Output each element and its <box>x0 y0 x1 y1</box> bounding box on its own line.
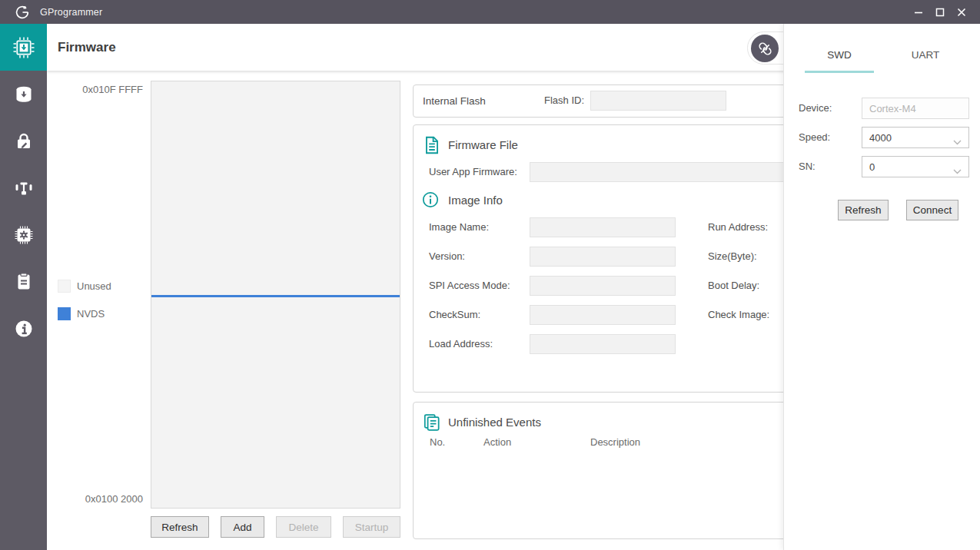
image-name-label: Image Name: <box>429 217 489 237</box>
sidebar-item-encrypt-sign[interactable] <box>0 118 47 164</box>
speed-label: Speed: <box>799 127 830 148</box>
legend-label-nvds: NVDS <box>77 308 105 320</box>
firmware-file-title: Firmware File <box>448 135 518 155</box>
internal-flash-title: Internal Flash <box>423 85 486 117</box>
minimize-button[interactable] <box>908 0 929 24</box>
map-startup-button: Startup <box>343 516 400 538</box>
sidebar <box>0 24 47 550</box>
legend-item-nvds: NVDS <box>58 307 105 320</box>
events-column-description: Description <box>590 434 640 451</box>
connection-refresh-button[interactable]: Refresh <box>838 200 889 220</box>
user-app-firmware-label: User App Firmware: <box>429 162 517 182</box>
titlebar: GProgrammer <box>0 0 980 24</box>
app-title: GProgrammer <box>40 7 102 18</box>
flash-download-icon <box>13 84 35 105</box>
sidebar-item-flash[interactable] <box>0 71 47 118</box>
checksum-input <box>530 305 676 325</box>
info-icon <box>421 191 440 212</box>
size-byte-label: Size(Byte): <box>708 247 757 267</box>
efuse-icon <box>13 177 35 199</box>
unfinished-events-title: Unfinished Events <box>448 412 541 432</box>
connection-fab-button[interactable] <box>751 35 779 62</box>
flash-id-label: Flash ID: <box>544 91 584 111</box>
legend-item-unused: Unused <box>58 280 111 293</box>
version-input <box>530 247 676 267</box>
chevron-down-icon <box>953 136 962 147</box>
stacked-documents-icon <box>422 412 442 436</box>
load-address-input <box>530 334 676 354</box>
close-button[interactable] <box>951 0 972 24</box>
window-controls <box>908 0 972 24</box>
events-column-no: No. <box>430 434 445 451</box>
document-icon <box>422 135 442 158</box>
events-column-action: Action <box>483 434 511 451</box>
speed-select[interactable]: 4000 <box>862 127 969 148</box>
image-name-input <box>530 217 676 237</box>
sidebar-item-device-log[interactable] <box>0 258 47 305</box>
spi-access-mode-label: SPI Access Mode: <box>429 276 510 296</box>
memory-map <box>151 81 400 509</box>
page-title: Firmware <box>58 24 116 71</box>
sn-select[interactable]: 0 <box>862 156 969 177</box>
map-add-button[interactable]: Add <box>221 516 264 538</box>
memory-map-top-address: 0x010F FFFF <box>51 84 143 95</box>
maximize-icon <box>935 8 945 17</box>
device-input <box>862 98 969 119</box>
tab-uart[interactable]: UART <box>891 39 960 71</box>
minimize-icon <box>914 8 923 17</box>
legend-swatch-unused <box>58 280 71 293</box>
legend-swatch-nvds <box>58 307 71 320</box>
chip-gear-icon <box>13 224 35 246</box>
sidebar-item-efuse[interactable] <box>0 164 47 211</box>
connect-button[interactable]: Connect <box>906 200 958 220</box>
image-info-title: Image Info <box>448 191 503 210</box>
map-refresh-button[interactable]: Refresh <box>151 516 209 538</box>
maximize-button[interactable] <box>929 0 951 24</box>
sidebar-item-firmware[interactable] <box>0 24 47 71</box>
memory-map-nvds-region <box>151 295 400 297</box>
device-label: Device: <box>799 98 832 119</box>
link-off-icon <box>758 41 772 56</box>
connection-panel: SWD UART Device: Speed: 4000 SN: 0 Refre… <box>783 24 980 550</box>
tab-swd[interactable]: SWD <box>805 39 874 71</box>
sidebar-item-chip-config[interactable] <box>0 211 47 258</box>
lock-pencil-icon <box>13 131 35 152</box>
memory-map-bottom-address: 0x0100 2000 <box>51 493 143 505</box>
info-circle-icon <box>13 318 35 340</box>
sn-label: SN: <box>799 156 816 177</box>
checksum-label: CheckSum: <box>429 305 480 325</box>
run-address-label: Run Address: <box>708 217 768 237</box>
load-address-label: Load Address: <box>429 334 493 354</box>
spi-access-mode-input <box>530 276 676 296</box>
boot-delay-label: Boot Delay: <box>708 276 759 296</box>
map-delete-button: Delete <box>276 516 331 538</box>
chevron-down-icon <box>953 165 962 177</box>
legend-label-unused: Unused <box>77 280 111 292</box>
active-tab-underline <box>805 71 874 73</box>
speed-value: 4000 <box>869 132 892 144</box>
close-icon <box>957 8 966 17</box>
sn-value: 0 <box>869 161 875 173</box>
clipboard-icon <box>13 271 35 293</box>
goodix-logo-icon <box>13 3 32 22</box>
version-label: Version: <box>429 247 465 267</box>
sidebar-item-about[interactable] <box>0 305 47 352</box>
flash-id-input <box>590 91 726 111</box>
firmware-chip-icon <box>12 36 35 59</box>
check-image-label: Check Image: <box>708 305 769 325</box>
